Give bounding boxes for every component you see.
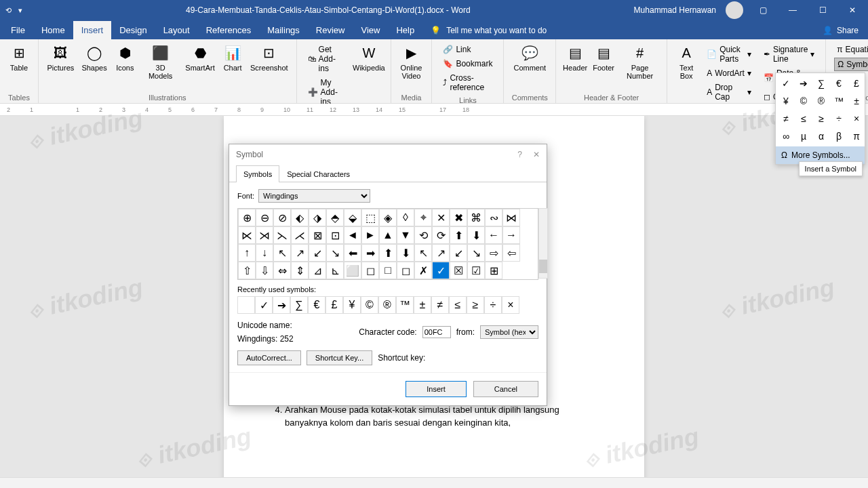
recent-symbol-cell[interactable]: ™ — [396, 296, 414, 314]
quick-symbol-cell[interactable]: ➔ — [795, 75, 812, 92]
symbol-cell[interactable]: ⬆ — [450, 226, 467, 244]
symbol-cell[interactable]: ⬚ — [361, 209, 379, 226]
symbol-cell[interactable]: ⟲ — [414, 226, 432, 244]
symbol-cell[interactable]: ✗ — [414, 262, 432, 279]
equation-button[interactable]: πEquation▾ — [834, 43, 868, 56]
symbols-tab[interactable]: Symbols — [236, 165, 279, 182]
symbol-cell[interactable]: ⬜ — [344, 262, 361, 279]
icons-button[interactable]: ⬢Icons — [111, 42, 138, 73]
quickparts-button[interactable]: 📄Quick Parts▾ — [704, 43, 754, 65]
symbol-cell[interactable]: ⋊ — [256, 226, 273, 244]
tab-review[interactable]: Review — [308, 21, 353, 39]
scroll-thumb[interactable] — [539, 260, 547, 273]
recent-symbol-cell[interactable]: € — [308, 296, 326, 314]
symbol-cell[interactable]: ✖ — [450, 209, 467, 226]
symbol-cell[interactable]: ⊘ — [273, 209, 291, 226]
quick-symbol-cell[interactable]: ∑ — [812, 75, 830, 92]
comment-button[interactable]: 💬Comment — [509, 42, 550, 73]
symbol-cell[interactable]: ↘ — [467, 244, 485, 262]
symbol-cell[interactable]: ◻ — [361, 262, 379, 279]
cancel-button[interactable]: Cancel — [473, 381, 538, 397]
symbol-cell[interactable]: ⇧ — [238, 262, 256, 279]
quick-symbol-cell[interactable]: € — [830, 75, 848, 92]
from-select[interactable]: Symbol (hex) — [480, 325, 538, 339]
symbol-cell[interactable]: ⬆ — [379, 244, 397, 262]
symbol-cell[interactable]: ↓ — [256, 244, 273, 262]
quick-symbol-cell[interactable]: £ — [848, 75, 865, 92]
symbol-cell[interactable]: ☑ — [467, 262, 485, 279]
symbol-cell[interactable]: ⟳ — [432, 226, 450, 244]
quick-symbol-cell[interactable]: ≠ — [777, 110, 795, 127]
ruler[interactable]: 21 12 34 56 78 910 1112 1314 1517 18 — [0, 104, 868, 116]
recent-symbol-cell[interactable] — [237, 296, 255, 314]
symbol-cell[interactable]: ⊿ — [309, 262, 326, 279]
symbol-cell[interactable]: ⬅ — [344, 244, 361, 262]
symbol-cell[interactable]: ⇩ — [256, 262, 273, 279]
symbol-cell[interactable]: ↑ — [238, 244, 256, 262]
share-button[interactable]: 👤Share — [813, 22, 868, 39]
pagenum-button[interactable]: #Page Number — [618, 42, 661, 81]
tab-layout[interactable]: Layout — [155, 21, 198, 39]
symbol-cell[interactable]: ↙ — [309, 244, 326, 262]
symbol-cell[interactable]: ◄ — [344, 226, 361, 244]
symbol-cell[interactable]: ⋉ — [238, 226, 256, 244]
quick-symbol-cell[interactable]: © — [795, 92, 812, 110]
close-button[interactable]: ✕ — [842, 5, 863, 15]
tab-home[interactable]: Home — [33, 21, 73, 39]
header-button[interactable]: ▤Header — [561, 42, 589, 73]
tab-help[interactable]: Help — [388, 21, 422, 39]
recent-symbol-cell[interactable]: ± — [414, 296, 431, 314]
symbol-cell[interactable]: ⬘ — [326, 209, 344, 226]
symbol-cell[interactable]: ⬇ — [467, 226, 485, 244]
avatar[interactable] — [726, 1, 743, 19]
pictures-button[interactable]: 🖼Pictures — [44, 42, 77, 73]
crossref-button[interactable]: ⤴Cross-reference — [440, 72, 495, 94]
symbol-cell[interactable]: ✕ — [432, 209, 450, 226]
symbol-cell[interactable]: ⋈ — [502, 209, 520, 226]
symbol-cell[interactable]: ⬙ — [344, 209, 361, 226]
chart-button[interactable]: 📊Chart — [219, 42, 246, 73]
recent-symbol-cell[interactable]: ∑ — [290, 296, 308, 314]
tab-file[interactable]: File — [3, 21, 33, 39]
quick-symbol-cell[interactable]: ∞ — [777, 127, 795, 145]
quick-symbol-cell[interactable]: ¥ — [777, 92, 795, 110]
qat-customize[interactable]: ▾ — [18, 6, 22, 15]
symbol-cell[interactable]: ∾ — [485, 209, 502, 226]
dropcap-button[interactable]: ADrop Cap▾ — [704, 81, 754, 103]
symbol-cell[interactable]: ⬖ — [291, 209, 309, 226]
scrollbar[interactable] — [538, 208, 548, 279]
tab-references[interactable]: References — [198, 21, 259, 39]
tab-design[interactable]: Design — [111, 21, 155, 39]
quick-symbol-cell[interactable]: × — [848, 110, 865, 127]
quick-symbol-cell[interactable]: ✓ — [777, 75, 795, 92]
recent-symbol-cell[interactable]: © — [361, 296, 378, 314]
symbol-cell[interactable]: ↗ — [432, 244, 450, 262]
quick-symbol-cell[interactable]: µ — [795, 127, 812, 145]
symbol-cell[interactable]: ◊ — [397, 209, 414, 226]
symbol-cell[interactable]: ↖ — [414, 244, 432, 262]
symbol-cell[interactable]: → — [502, 226, 520, 244]
wikipedia-button[interactable]: WWikipedia — [353, 42, 385, 73]
quick-symbol-cell[interactable]: ® — [812, 92, 830, 110]
symbol-cell[interactable]: ➡ — [361, 244, 379, 262]
symbol-cell[interactable]: ⊕ — [238, 209, 256, 226]
symbol-cell[interactable]: ⇔ — [273, 262, 291, 279]
autocorrect-button[interactable]: AutoCorrect... — [237, 350, 301, 365]
footer-button[interactable]: ▤Footer — [590, 42, 617, 73]
recent-symbol-cell[interactable]: ≠ — [431, 296, 449, 314]
shortcut-key-button[interactable]: Shortcut Key... — [307, 350, 372, 365]
symbol-cell[interactable]: ⊖ — [256, 209, 273, 226]
quick-symbol-cell[interactable]: ± — [848, 92, 865, 110]
font-select[interactable]: Wingdings — [258, 189, 370, 203]
symbol-cell[interactable]: ⌘ — [467, 209, 485, 226]
symbol-cell[interactable]: ⇦ — [502, 244, 520, 262]
recent-symbol-cell[interactable]: ≤ — [449, 296, 467, 314]
recent-symbol-cell[interactable]: ≥ — [467, 296, 484, 314]
symbol-cell[interactable]: ☒ — [450, 262, 467, 279]
wordart-button[interactable]: AWordArt▾ — [704, 67, 754, 79]
symbol-cell[interactable]: ↙ — [450, 244, 467, 262]
symbol-cell[interactable]: ⬇ — [397, 244, 414, 262]
recent-symbol-cell[interactable]: × — [502, 296, 519, 314]
recent-symbol-cell[interactable]: ® — [378, 296, 396, 314]
symbol-cell[interactable]: ⇕ — [291, 262, 309, 279]
